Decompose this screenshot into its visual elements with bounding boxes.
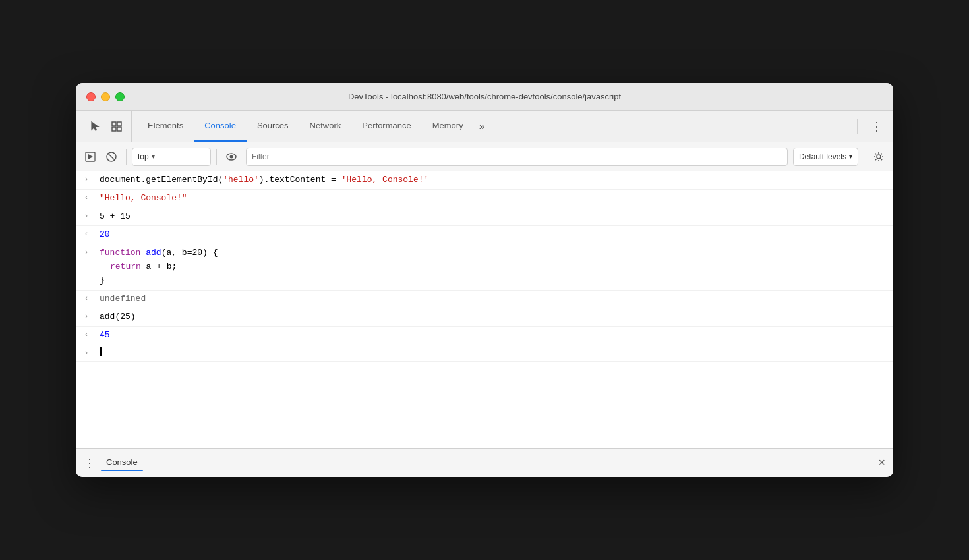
code-part: 45 bbox=[100, 330, 110, 340]
code-part: 20 bbox=[100, 229, 110, 239]
prompt-input[interactable] bbox=[97, 347, 893, 357]
cursor-icon-btn[interactable] bbox=[86, 117, 105, 136]
line-content-4: 20 bbox=[97, 227, 893, 242]
console-line-4: ‹ 20 bbox=[76, 226, 893, 244]
console-line-7: › add(25) bbox=[76, 308, 893, 327]
more-tabs-btn[interactable]: » bbox=[474, 111, 490, 142]
arrow-in-prompt: › bbox=[76, 347, 97, 360]
tab-sources[interactable]: Sources bbox=[247, 111, 299, 142]
run-icon bbox=[84, 151, 96, 163]
code-part: add(25) bbox=[100, 312, 136, 322]
drawer-dots-icon[interactable]: ⋮ bbox=[84, 456, 96, 470]
arrow-out-6: ‹ bbox=[76, 292, 97, 305]
toolbar-divider-1 bbox=[126, 149, 127, 165]
clear-icon bbox=[105, 151, 117, 163]
minimize-button[interactable] bbox=[101, 92, 110, 101]
settings-btn[interactable] bbox=[869, 148, 888, 166]
svg-rect-1 bbox=[117, 122, 121, 126]
inspect-icon-btn[interactable] bbox=[107, 117, 126, 136]
console-line-5: › function add(a, b=20) { return a + b; … bbox=[76, 244, 893, 290]
code-part: add bbox=[146, 248, 161, 258]
tab-performance[interactable]: Performance bbox=[351, 111, 421, 142]
title-bar: DevTools - localhost:8080/web/tools/chro… bbox=[76, 83, 893, 111]
drawer-tab-console[interactable]: Console bbox=[101, 455, 143, 471]
toolbar-divider-3 bbox=[864, 149, 864, 165]
tab-bar-icons bbox=[81, 111, 132, 142]
console-line-1: › document.getElementById('hello').textC… bbox=[76, 171, 893, 190]
settings-icon bbox=[873, 151, 885, 163]
code-part: 'hello' bbox=[223, 175, 259, 184]
svg-point-10 bbox=[877, 155, 881, 159]
drawer-tab-underline bbox=[101, 470, 143, 471]
arrow-out-8: ‹ bbox=[76, 328, 97, 341]
code-part: "Hello, Console!" bbox=[100, 193, 187, 203]
tab-elements[interactable]: Elements bbox=[137, 111, 194, 142]
tab-memory[interactable]: Memory bbox=[422, 111, 474, 142]
arrow-in-7[interactable]: › bbox=[76, 310, 97, 323]
close-button[interactable] bbox=[86, 92, 96, 101]
cursor bbox=[100, 347, 102, 356]
code-part: (a, bbox=[162, 248, 182, 258]
code-part: ) { bbox=[202, 248, 218, 258]
traffic-lights bbox=[86, 92, 125, 101]
tab-bar-end: ⋮ bbox=[854, 119, 888, 134]
svg-rect-0 bbox=[112, 122, 116, 126]
console-line-3: › 5 + 15 bbox=[76, 208, 893, 227]
context-dropdown-icon: ▾ bbox=[152, 153, 155, 160]
clear-console-btn[interactable] bbox=[102, 148, 121, 166]
divider bbox=[857, 119, 858, 134]
more-options-btn[interactable]: ⋮ bbox=[866, 119, 888, 134]
arrow-in-3[interactable]: › bbox=[76, 210, 97, 223]
code-part: undefined bbox=[100, 294, 146, 304]
console-prompt-line[interactable]: › bbox=[76, 345, 893, 362]
arrow-out-4: ‹ bbox=[76, 227, 97, 240]
line-content-1: document.getElementById('hello').textCon… bbox=[97, 173, 893, 188]
console-output: › document.getElementById('hello').textC… bbox=[76, 171, 893, 448]
svg-marker-5 bbox=[88, 154, 93, 159]
svg-rect-3 bbox=[117, 127, 121, 131]
code-part: 'Hello, Console!' bbox=[341, 175, 429, 184]
drawer-tab-label: Console bbox=[101, 455, 143, 470]
line-content-3: 5 + 15 bbox=[97, 210, 893, 225]
devtools-window: DevTools - localhost:8080/web/tools/chro… bbox=[76, 83, 893, 477]
bottom-drawer: ⋮ Console × bbox=[76, 448, 893, 477]
levels-dropdown[interactable]: Default levels ▾ bbox=[793, 148, 858, 166]
code-part: return bbox=[110, 262, 146, 271]
line-content-8: 45 bbox=[97, 328, 893, 343]
arrow-in-1[interactable]: › bbox=[76, 173, 97, 186]
svg-rect-2 bbox=[112, 127, 116, 131]
code-part: function bbox=[100, 248, 146, 258]
tab-network[interactable]: Network bbox=[299, 111, 352, 142]
eye-icon bbox=[225, 151, 237, 163]
window-title: DevTools - localhost:8080/web/tools/chro… bbox=[348, 92, 621, 101]
code-part: } bbox=[100, 275, 105, 285]
eye-btn[interactable] bbox=[222, 148, 241, 166]
console-line-6: ‹ undefined bbox=[76, 291, 893, 309]
line-content-5: function add(a, b=20) { return a + b; } bbox=[97, 246, 893, 288]
code-part: document.getElementById( bbox=[100, 175, 223, 184]
toolbar-divider-2 bbox=[216, 149, 217, 165]
levels-dropdown-icon: ▾ bbox=[849, 153, 852, 160]
code-part: 5 + 15 bbox=[100, 211, 131, 221]
drawer-close-btn[interactable]: × bbox=[878, 456, 885, 470]
code-part: a + b; bbox=[146, 262, 177, 271]
console-line-2: ‹ "Hello, Console!" bbox=[76, 190, 893, 208]
console-toolbar: top ▾ Default levels ▾ bbox=[76, 142, 893, 171]
run-script-btn[interactable] bbox=[81, 148, 100, 166]
inspect-icon bbox=[111, 121, 123, 132]
arrow-in-5[interactable]: › bbox=[76, 246, 97, 259]
tab-bar: Elements Console Sources Network Perform… bbox=[76, 111, 893, 142]
code-part: b=20 bbox=[182, 248, 202, 258]
cursor-icon bbox=[90, 121, 102, 132]
code-part: ).textContent = bbox=[259, 175, 341, 184]
filter-input[interactable] bbox=[246, 148, 788, 166]
line-content-6: undefined bbox=[97, 292, 893, 307]
arrow-out-2: ‹ bbox=[76, 191, 97, 204]
line-content-2: "Hello, Console!" bbox=[97, 191, 893, 206]
maximize-button[interactable] bbox=[115, 92, 125, 101]
tab-console[interactable]: Console bbox=[194, 111, 247, 142]
line-content-7: add(25) bbox=[97, 310, 893, 325]
console-line-8: ‹ 45 bbox=[76, 327, 893, 345]
context-selector[interactable]: top ▾ bbox=[132, 148, 211, 166]
tab-list: Elements Console Sources Network Perform… bbox=[137, 111, 854, 142]
